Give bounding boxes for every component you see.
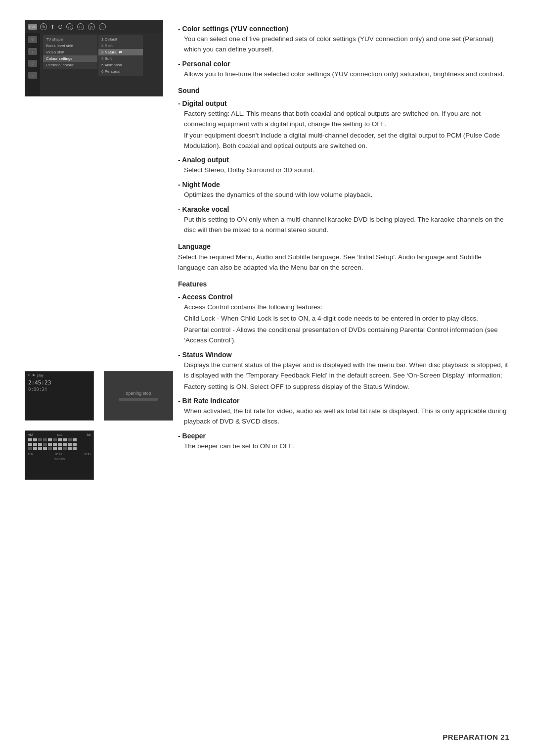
audio-icon: ((: [66, 23, 73, 30]
bar-seg: [28, 443, 32, 446]
aud-label: aud: [57, 433, 63, 436]
playback-screenshot: ⊙ ▶ play 2:45:23 0:00:34: [25, 371, 94, 421]
bitrate-columns-header: vid aud tot: [25, 431, 93, 437]
dvd-status-label: ⊙: [28, 373, 31, 377]
side-icon-3: □: [28, 60, 37, 67]
bar-seg: [63, 443, 67, 446]
color-settings-body: You can select one of five predefined se…: [184, 34, 509, 55]
bar-seg: [58, 438, 62, 441]
analog-output-body: Select Stereo, Dolby Surround or 3D soun…: [184, 165, 509, 176]
beeper-body: The beeper can be set to ON or OFF.: [184, 441, 509, 452]
opening-screenshot: opening stop: [104, 371, 173, 421]
arrow-icon: ▷: [88, 23, 95, 30]
bar-seg: [28, 447, 32, 450]
side-icon-1: ⊙: [28, 36, 37, 43]
bar-seg: [43, 443, 47, 446]
submenu-natural: 3 Natural ⇄: [98, 49, 143, 55]
side-icon-2: ♪: [28, 48, 37, 55]
beeper-title: - Beeper: [178, 432, 509, 440]
personal-color-body: Allows you to fine-tune the selected col…: [184, 69, 509, 80]
bar-seg: [58, 443, 62, 446]
search-icon: ⊙: [99, 23, 106, 30]
bar-seg: [28, 438, 32, 441]
access-control-title: - Access Control: [178, 293, 509, 301]
right-column: - Color settings (YUV connection) You ca…: [178, 20, 509, 453]
play-icon: ▶: [33, 373, 35, 377]
bit-rate-title: - Bit Rate Indicator: [178, 397, 509, 405]
status-window-body2: Factory setting is ON. Select OFF to sup…: [184, 382, 509, 392]
vid-label: vid: [28, 433, 33, 436]
sound-heading: Sound: [178, 87, 509, 94]
menu-tv-shape: TV shape: [43, 36, 97, 43]
bar-seg: [73, 447, 77, 450]
menu-colour-settings: Colour settings: [43, 55, 97, 62]
dvd-label: DVD: [28, 24, 37, 30]
menu-personal-colour: Personal colour: [43, 62, 97, 68]
access-control-body2: Child Lock - When Child Lock is set to O…: [184, 314, 509, 324]
color-settings-title: - Color settings (YUV connection): [178, 25, 509, 33]
time-display-1: 2:45:23: [25, 378, 93, 387]
bitrate-val-2: 0:00: [55, 452, 62, 456]
c-icon: C: [58, 24, 62, 30]
mbits-label: mbits/s: [25, 457, 93, 461]
bar-seg: [63, 447, 67, 450]
tot-label: tot: [87, 433, 90, 436]
submenu-personal: 6 Personal: [98, 68, 143, 75]
bar-seg: [38, 447, 42, 450]
bitrate-bars-area: [25, 437, 93, 451]
bitrate-screenshot: vid aud tot: [25, 430, 94, 480]
status-window-title: - Status Window: [178, 351, 509, 359]
side-icon-4: ○: [28, 72, 37, 79]
dvd-menu-screenshot: DVD ↻ T C (( □ ▷ ⊙ ⊙ ♪ □ ○ TV shape Bl: [25, 20, 163, 96]
access-control-body3: Parental control - Allows the conditiona…: [184, 325, 509, 346]
karaoke-body: Put this setting to ON only when a multi…: [184, 215, 509, 236]
menu-black-level: Black level shift: [43, 43, 97, 49]
bar-seg: [43, 438, 47, 441]
t-icon: T: [51, 24, 54, 30]
submenu-soft: 4 Soft: [98, 55, 143, 62]
submenu-rich: 2 Rich: [98, 43, 143, 49]
opening-progress-bar: [119, 398, 158, 401]
bar-seg: [48, 438, 52, 441]
karaoke-title: - Karaoke vocal: [178, 205, 509, 213]
dvd-menu-area: TV shape Black level shift Video shift C…: [40, 33, 163, 96]
language-body: Select the required Menu, Audio and Subt…: [178, 252, 509, 273]
bar-seg: [33, 447, 37, 450]
dvd-top-bar: DVD ↻ T C (( □ ▷ ⊙: [25, 20, 163, 33]
access-control-body1: Access Control contains the following fe…: [184, 302, 509, 313]
submenu-animation: 5 Animation: [98, 62, 143, 68]
bar-seg: [43, 447, 47, 450]
features-heading: Features: [178, 280, 509, 288]
refresh-icon: ↻: [40, 23, 47, 30]
bottom-row-1: ⊙ ▶ play 2:45:23 0:00:34 opening stop: [25, 371, 173, 421]
night-mode-body: Optimizes the dynamics of the sound with…: [184, 190, 509, 200]
bottom-screenshots: ⊙ ▶ play 2:45:23 0:00:34 opening stop vi…: [25, 371, 173, 480]
bar-seg: [33, 438, 37, 441]
bar-seg: [38, 443, 42, 446]
bar-seg: [73, 443, 77, 446]
rect-icon: □: [77, 23, 84, 30]
bar-seg: [48, 443, 52, 446]
time-display-2: 0:00:34: [25, 387, 93, 392]
digital-output-title: - Digital output: [178, 99, 509, 107]
left-column: DVD ↻ T C (( □ ▷ ⊙ ⊙ ♪ □ ○ TV shape Bl: [25, 20, 168, 101]
bar-row-3: [28, 447, 90, 450]
dvd-top-icons: ↻ T C (( □ ▷ ⊙: [40, 23, 160, 30]
play-label: play: [37, 374, 44, 377]
opening-text: opening stop: [126, 391, 151, 396]
status-window-body1: Displays the current status of the playe…: [184, 360, 509, 381]
digital-output-body2: If your equipment doesn't include a digi…: [184, 131, 509, 151]
digital-output-body1: Factory setting: ALL. This means that bo…: [184, 109, 509, 130]
dvd-main-menu: TV shape Black level shift Video shift C…: [43, 35, 97, 69]
bar-seg: [73, 438, 77, 441]
personal-color-title: - Personal color: [178, 60, 509, 68]
bar-seg: [68, 447, 72, 450]
dvd-content-area: ⊙ ♪ □ ○ TV shape Black level shift Video…: [25, 33, 163, 96]
bar-row-1: [28, 438, 90, 441]
bar-seg: [58, 447, 62, 450]
bar-seg: [63, 438, 67, 441]
bar-seg: [38, 438, 42, 441]
analog-output-title: - Analog output: [178, 156, 509, 164]
language-heading: Language: [178, 242, 509, 250]
bar-seg: [33, 443, 37, 446]
